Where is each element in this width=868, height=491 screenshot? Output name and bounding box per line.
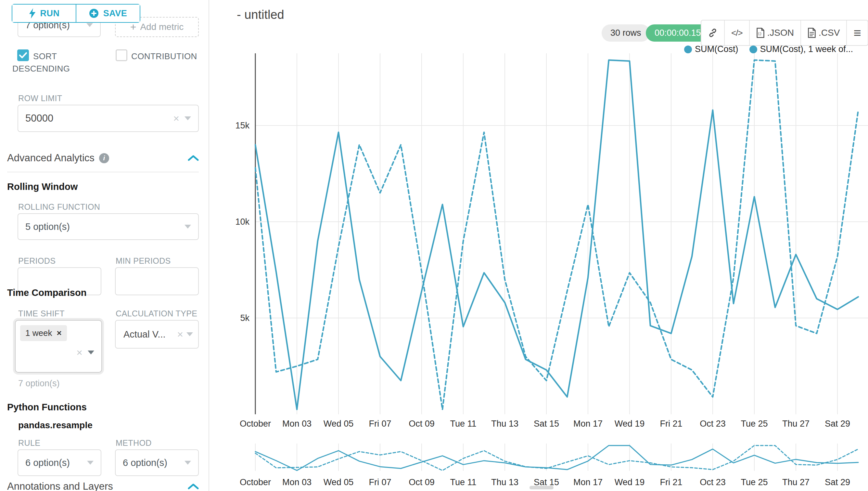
rolling-function-label: ROLLING FUNCTION [18, 202, 100, 212]
x-axis-tick-label: Oct 09 [409, 419, 435, 429]
x-axis-tick-label: Fri 21 [660, 478, 682, 487]
x-axis-tick-label: Tue 25 [741, 478, 768, 487]
calculation-type-label: CALCULATION TYPE [116, 309, 197, 318]
export-toolbar: </> {;} .JSON .CSV [701, 20, 868, 46]
method-label: METHOD [116, 438, 152, 448]
row-limit-label: ROW LIMIT [18, 94, 62, 103]
control-sidebar: 7 option(s) + Add metric RUN SAVE [0, 0, 209, 491]
x-axis-tick-label: Mon 03 [282, 419, 312, 429]
chart-title[interactable]: - untitled [237, 8, 284, 22]
rule-label: RULE [18, 438, 40, 448]
x-axis-tick-label: Mon 03 [282, 478, 312, 487]
chart-panel: - untitled 30 rows 00:00:00.15 </> {;} .… [209, 0, 868, 491]
more-options-button[interactable]: ≡ [846, 21, 867, 45]
x-axis-tick-label: Sat 15 [534, 419, 559, 429]
export-json-label: .JSON [767, 28, 794, 38]
contribution-label: CONTRIBUTION [131, 51, 197, 61]
chevron-down-icon [87, 461, 94, 465]
save-button[interactable]: SAVE [76, 4, 140, 22]
query-timer-badge: 00:00:00.15 [646, 24, 710, 41]
embed-code-button[interactable]: </> [724, 21, 749, 45]
plus-icon: + [130, 21, 136, 33]
x-axis-tick-label: Oct 09 [409, 478, 435, 487]
rolling-window-title: Rolling Window [7, 181, 78, 192]
export-csv-button[interactable]: .CSV [800, 21, 846, 45]
chevron-down-icon [185, 225, 191, 229]
clear-icon[interactable]: × [177, 329, 183, 340]
main-chart[interactable]: 5k10k15kOctoberMon 03Wed 05Fri 07Oct 09T… [215, 49, 868, 439]
link-icon [708, 28, 718, 38]
rolling-function-value: 5 option(s) [25, 222, 185, 232]
min-periods-input[interactable] [115, 267, 199, 295]
sort-label-line1: SORT [33, 51, 57, 61]
run-save-button-group: RUN SAVE [12, 4, 140, 23]
sort-label-line2: DESCENDING [12, 64, 70, 74]
x-axis-tick-label: Thu 27 [782, 419, 809, 429]
chevron-down-icon [185, 116, 191, 120]
annotations-layers-header[interactable]: Annotations and Layers [7, 481, 199, 491]
series-line-offset[interactable] [255, 445, 858, 470]
clear-icon[interactable]: × [173, 113, 179, 123]
x-axis-tick-label: Sat 29 [825, 419, 850, 429]
y-axis-tick-label: 15k [235, 121, 249, 131]
export-json-button[interactable]: {;} .JSON [749, 21, 800, 45]
x-axis-tick-label: Wed 19 [615, 419, 645, 429]
time-shift-hint: 7 option(s) [18, 378, 60, 388]
contribution-checkbox[interactable] [116, 50, 127, 61]
x-axis-tick-label: Sat 29 [825, 478, 850, 487]
rule-select[interactable]: 6 option(s) [18, 450, 101, 476]
x-axis-tick-label: Mon 17 [574, 478, 602, 487]
x-axis-tick-label: Tue 11 [450, 478, 476, 487]
sort-descending-checkbox[interactable] [17, 50, 29, 61]
python-functions-title: Python Functions [7, 402, 87, 413]
annotations-title: Annotations and Layers [7, 481, 113, 491]
x-axis-tick-label: October [240, 419, 271, 429]
run-button[interactable]: RUN [12, 4, 76, 22]
clear-icon[interactable]: × [76, 347, 83, 358]
chevron-up-icon[interactable] [188, 483, 199, 490]
x-axis-tick-label: Mon 17 [574, 419, 602, 429]
advanced-analytics-header[interactable]: Advanced Analytics i [7, 152, 199, 164]
copy-link-button[interactable] [701, 21, 724, 45]
rule-value: 6 option(s) [25, 458, 87, 468]
x-axis-tick-label: Wed 05 [323, 419, 354, 429]
chevron-up-icon[interactable] [188, 155, 199, 161]
hamburger-icon: ≡ [854, 28, 861, 38]
bolt-icon [29, 8, 36, 19]
x-axis-tick-label: October [240, 478, 271, 487]
check-icon [19, 52, 27, 59]
export-csv-label: .CSV [818, 28, 840, 38]
x-axis-tick-label: Fri 21 [660, 419, 682, 429]
info-icon[interactable]: i [99, 153, 109, 163]
series-line-offset[interactable] [255, 60, 858, 410]
mini-preview-chart[interactable]: OctoberMon 03Wed 05Fri 07Oct 09Tue 11Thu… [215, 442, 868, 491]
time-shift-tag[interactable]: 1 week × [20, 325, 67, 341]
chevron-down-icon [186, 332, 193, 336]
chevron-down-icon[interactable] [88, 350, 94, 354]
x-axis-tick-label: Tue 25 [741, 419, 768, 429]
method-value: 6 option(s) [123, 458, 185, 468]
superset-explore-view: 7 option(s) + Add metric RUN SAVE [0, 0, 868, 491]
x-axis-tick-label: Thu 13 [491, 478, 519, 487]
pandas-resample-label: pandas.resample [18, 420, 93, 431]
section-divider [7, 172, 199, 172]
x-axis-tick-label: Wed 05 [323, 478, 354, 487]
chevron-down-icon [86, 23, 93, 27]
file-json-icon: {;} [756, 28, 765, 38]
y-axis-tick-label: 10k [235, 217, 249, 227]
series-line[interactable] [255, 60, 858, 410]
x-axis-tick-label: Fri 07 [369, 478, 391, 487]
row-limit-select[interactable]: 50000 × [18, 105, 199, 132]
add-metric-label: Add metric [140, 22, 184, 32]
tag-close-icon[interactable]: × [57, 328, 61, 338]
x-axis-tick-label: Wed 19 [615, 478, 645, 487]
calculation-type-value: Actual V... [123, 329, 177, 340]
min-periods-label: MIN PERIODS [116, 256, 171, 266]
scroll-handle[interactable] [529, 486, 554, 489]
svg-text:{;}: {;} [758, 32, 761, 36]
time-shift-multiselect[interactable]: 1 week × × [15, 320, 102, 373]
method-select[interactable]: 6 option(s) [115, 450, 199, 476]
series-line[interactable] [255, 445, 858, 470]
calculation-type-select[interactable]: Actual V... × [115, 320, 199, 349]
rolling-function-select[interactable]: 5 option(s) [18, 213, 199, 240]
